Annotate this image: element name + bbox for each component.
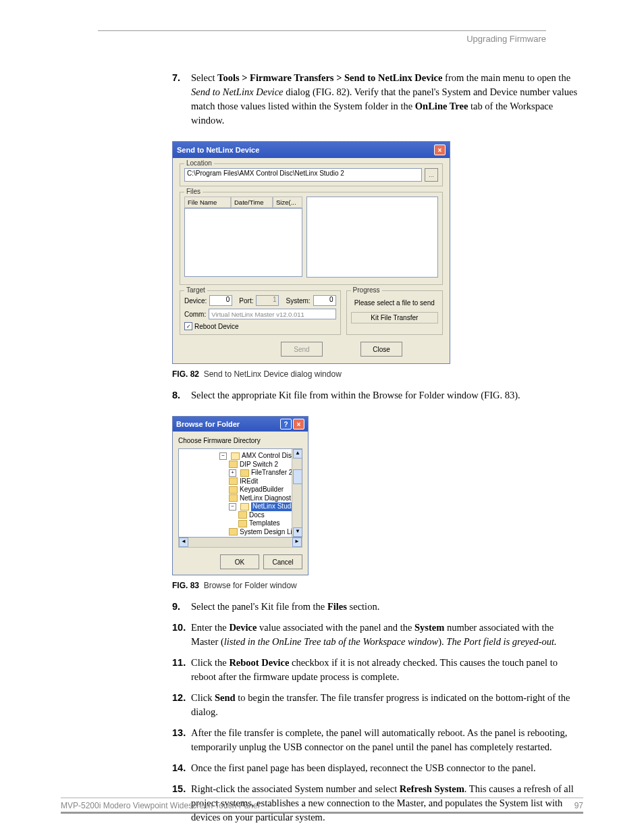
files-list[interactable] — [184, 208, 302, 277]
browse-folder-dialog: Browse for Folder ? × Choose Firmware Di… — [172, 416, 308, 575]
step-10: 10. Enter the Device value associated wi… — [172, 621, 583, 649]
step-8: 8. Select the appropriate Kit file from … — [172, 388, 583, 402]
system-input[interactable]: 0 — [313, 295, 336, 306]
header-section: Upgrading Firmware — [98, 34, 546, 44]
page-number: 97 — [574, 801, 583, 810]
figure-83: Browse for Folder ? × Choose Firmware Di… — [172, 416, 583, 575]
send-to-netlinx-dialog: Send to NetLinx Device × Location C:\Pro… — [172, 141, 450, 364]
figure-82: Send to NetLinx Device × Location C:\Pro… — [172, 141, 583, 364]
device-input[interactable]: 0 — [209, 295, 232, 306]
files-header: File Name Date/Time Size(... — [184, 197, 302, 208]
reboot-checkbox[interactable]: ✓Reboot Device — [184, 322, 336, 330]
progress-group: Progress Please select a file to send Ki… — [346, 290, 443, 335]
comm-display: Virtual NetLinx Master v12.0.011 — [209, 309, 336, 319]
close-icon[interactable]: × — [293, 419, 304, 429]
dialog-title: Send to NetLinx Device — [177, 146, 259, 154]
close-button[interactable]: Close — [360, 342, 402, 357]
kit-file-transfer: Kit File Transfer — [351, 312, 438, 323]
cancel-button[interactable]: Cancel — [263, 554, 302, 569]
step-14: 14. Once the first panel page has been d… — [172, 761, 583, 775]
scrollbar-horizontal[interactable]: ◄► — [178, 538, 302, 548]
port-input: 1 — [256, 295, 279, 306]
location-group: Location C:\Program Files\AMX Control Di… — [180, 163, 443, 186]
browse-button[interactable]: ... — [425, 168, 438, 182]
files-group: Files File Name Date/Time Size(... — [180, 192, 443, 285]
step-13: 13. After the file transfer is complete,… — [172, 726, 583, 754]
preview-pane — [306, 197, 438, 278]
fig-82-caption: FIG. 82 Send to NetLinx Device dialog wi… — [172, 369, 583, 379]
step-12: 12. Click Send to begin the transfer. Th… — [172, 691, 583, 719]
send-button[interactable]: Send — [281, 342, 323, 357]
close-icon[interactable]: × — [434, 145, 446, 155]
ok-button[interactable]: OK — [220, 554, 259, 569]
progress-message: Please select a file to send — [351, 295, 438, 312]
dialog-subtitle: Choose Firmware Directory — [178, 437, 302, 444]
step-11: 11. Click the Reboot Device checkbox if … — [172, 656, 583, 684]
folder-tree[interactable]: −AMX Control Disc DIP Switch 2 +FileTran… — [178, 448, 302, 538]
help-icon[interactable]: ? — [280, 419, 292, 429]
fig-83-caption: FIG. 83 Browse for Folder window — [172, 581, 583, 590]
step-num: 7. — [172, 71, 191, 128]
step-9: 9. Select the panel's Kit file from the … — [172, 600, 583, 614]
scrollbar-vertical[interactable]: ▲ ▼ — [292, 449, 302, 537]
footer-product: MVP-5200i Modero Viewpoint Widescreen To… — [61, 801, 259, 810]
step-7: 7. Select Tools > Firmware Transfers > S… — [172, 71, 583, 128]
page-footer: MVP-5200i Modero Viewpoint Widescreen To… — [61, 798, 583, 814]
dialog-title: Browse for Folder — [176, 420, 240, 428]
target-group: Target Device: 0 Port: 1 System: 0 Comm: — [180, 290, 341, 335]
location-input[interactable]: C:\Program Files\AMX Control Disc\NetLin… — [184, 168, 422, 182]
